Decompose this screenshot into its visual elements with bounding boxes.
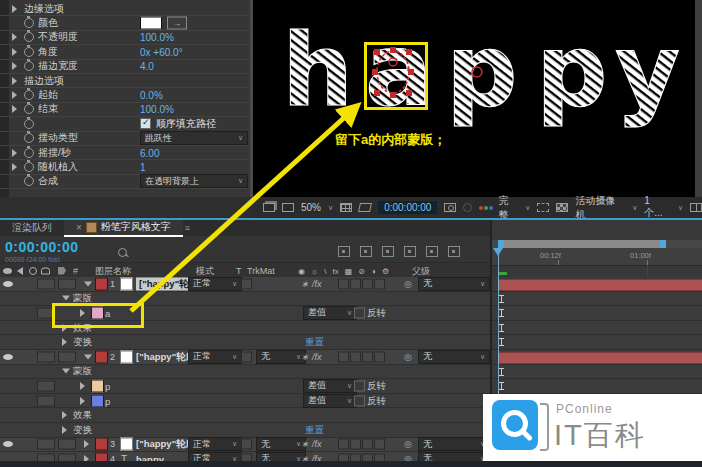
- mask-mode-select[interactable]: 差值∨: [303, 394, 357, 408]
- snapshot-camera-icon[interactable]: [444, 203, 456, 212]
- eye-column-icon[interactable]: [3, 268, 12, 274]
- expander-icon[interactable]: [12, 163, 17, 171]
- panel-menu-icon[interactable]: ≡: [185, 223, 190, 233]
- property-value[interactable]: 0x +60.0°: [140, 46, 183, 57]
- property-value[interactable]: 跳跃性∨: [140, 131, 248, 145]
- expander-icon[interactable]: [62, 296, 70, 301]
- mask-color-swatch[interactable]: [91, 394, 104, 407]
- hide-shy-icon[interactable]: [382, 246, 394, 257]
- trkmat-select[interactable]: 无∨: [256, 350, 306, 364]
- draft-3d-icon[interactable]: [360, 246, 372, 257]
- expander-icon[interactable]: [62, 411, 67, 419]
- collapse-transformations-icon[interactable]: ∗: [301, 439, 309, 449]
- switch-column-icon[interactable]: fx: [333, 266, 339, 275]
- stopwatch-icon[interactable]: [24, 47, 34, 57]
- chevron-down-icon[interactable]: ∨: [525, 204, 530, 212]
- label-color-swatch[interactable]: [95, 438, 108, 451]
- dropdown[interactable]: 跳跃性∨: [140, 131, 248, 145]
- switch-cell[interactable]: [37, 395, 55, 406]
- stopwatch-icon[interactable]: [24, 32, 34, 42]
- switch-cell[interactable]: [362, 439, 373, 450]
- close-icon[interactable]: ×: [76, 222, 82, 233]
- blend-mode-select[interactable]: 正常∨: [188, 437, 242, 451]
- tab-composition[interactable]: × 粉笔字风格文字: [64, 219, 183, 237]
- parent-select[interactable]: 无∨: [418, 437, 490, 451]
- chevron-down-icon[interactable]: ∨: [632, 204, 637, 212]
- layer-name-column[interactable]: 图层名称: [95, 264, 131, 277]
- label-color-swatch[interactable]: [95, 350, 108, 363]
- invert-checkbox[interactable]: [354, 307, 365, 318]
- zoom-select[interactable]: 50%: [301, 202, 321, 213]
- viewer-timecode[interactable]: 0:00:00:00: [378, 201, 437, 214]
- frame-blend-icon[interactable]: [404, 246, 416, 257]
- expander-icon[interactable]: [80, 382, 85, 390]
- switch-column-icon[interactable]: ▦: [345, 266, 353, 275]
- stopwatch-icon[interactable]: [24, 104, 34, 114]
- show-snapshot-icon[interactable]: [463, 203, 472, 212]
- time-ruler[interactable]: 00:12f 01:00f: [492, 248, 702, 266]
- invert-checkbox[interactable]: [354, 395, 365, 406]
- mode-column[interactable]: 模式: [196, 264, 214, 277]
- switch-cell[interactable]: [374, 351, 385, 362]
- checkbox[interactable]: [140, 118, 151, 129]
- chevron-down-icon[interactable]: ∨: [328, 204, 333, 212]
- expander-icon[interactable]: [84, 440, 89, 448]
- mask-mode-select[interactable]: 差值∨: [303, 379, 357, 393]
- property-value[interactable]: 4.0: [140, 61, 154, 72]
- quality-fx-icon[interactable]: /fx: [312, 279, 322, 289]
- timeline-row[interactable]: 3["happy"轮廓]正常∨无∨∗/fx◎无∨: [0, 438, 490, 453]
- switch-column-icon[interactable]: ◑: [371, 266, 376, 275]
- switch-cell[interactable]: [338, 351, 349, 362]
- switch-cell[interactable]: [374, 439, 385, 450]
- collapse-transformations-icon[interactable]: ∗: [301, 279, 309, 289]
- parent-pickwhip-icon[interactable]: ◎: [404, 352, 412, 362]
- timeline-row[interactable]: p差值∨反转: [0, 394, 490, 409]
- audio-column-icon[interactable]: [17, 267, 23, 275]
- switch-cell[interactable]: [58, 278, 76, 289]
- expander-icon[interactable]: [80, 397, 85, 405]
- parent-pickwhip-icon[interactable]: ◎: [404, 439, 412, 449]
- visibility-eye-icon[interactable]: [3, 354, 13, 360]
- timeline-row[interactable]: 蒙版: [0, 365, 490, 380]
- property-value[interactable]: 100.0%: [140, 104, 174, 115]
- property-value[interactable]: 0.0%: [140, 90, 163, 101]
- stopwatch-icon[interactable]: [24, 176, 34, 186]
- switch-cell[interactable]: [37, 351, 55, 362]
- transparency-grid-icon[interactable]: [556, 203, 568, 212]
- quality-fx-icon[interactable]: /fx: [312, 352, 322, 362]
- switch-cell[interactable]: [37, 439, 55, 450]
- switch-cell[interactable]: [37, 380, 55, 391]
- property-value[interactable]: →: [140, 17, 187, 30]
- layer-duration-bar[interactable]: [498, 352, 702, 364]
- switch-column-icon[interactable]: ⊘: [358, 266, 365, 275]
- motion-blur-icon[interactable]: [426, 246, 438, 257]
- expander-icon[interactable]: [12, 33, 17, 41]
- stopwatch-icon[interactable]: [24, 119, 34, 129]
- dropdown[interactable]: 在透明背景上∨: [140, 174, 248, 188]
- mask-visibility-icon[interactable]: [358, 203, 372, 212]
- switch-cell[interactable]: [350, 351, 361, 362]
- expander-icon[interactable]: [12, 77, 17, 85]
- stopwatch-icon[interactable]: [24, 133, 34, 143]
- switch-cell[interactable]: [350, 278, 361, 289]
- timeline-row[interactable]: 1["happy"轮廓]正常∨∗/fx◎无∨: [0, 277, 490, 292]
- switch-cell[interactable]: [58, 439, 76, 450]
- expander-icon[interactable]: [62, 338, 67, 346]
- search-icon[interactable]: [118, 248, 127, 257]
- blend-mode-select[interactable]: 正常∨: [188, 277, 242, 291]
- view-layout-icon[interactable]: [690, 203, 702, 212]
- grid-options-icon[interactable]: [340, 203, 352, 212]
- mask-name[interactable]: p: [105, 395, 110, 406]
- property-value[interactable]: 6.00: [140, 147, 159, 158]
- expander-icon[interactable]: [12, 48, 17, 56]
- eyedropper-icon[interactable]: →: [167, 17, 187, 30]
- switch-cell[interactable]: [338, 278, 349, 289]
- stopwatch-icon[interactable]: [24, 18, 34, 28]
- view-count-select[interactable]: 1 个...: [644, 195, 671, 220]
- live-update-icon[interactable]: [338, 246, 350, 257]
- region-of-interest-icon[interactable]: [537, 203, 549, 212]
- parent-pickwhip-icon[interactable]: ◎: [404, 279, 412, 289]
- switch-cell[interactable]: [338, 439, 349, 450]
- expander-icon[interactable]: [12, 5, 17, 13]
- expander-icon[interactable]: [62, 369, 70, 374]
